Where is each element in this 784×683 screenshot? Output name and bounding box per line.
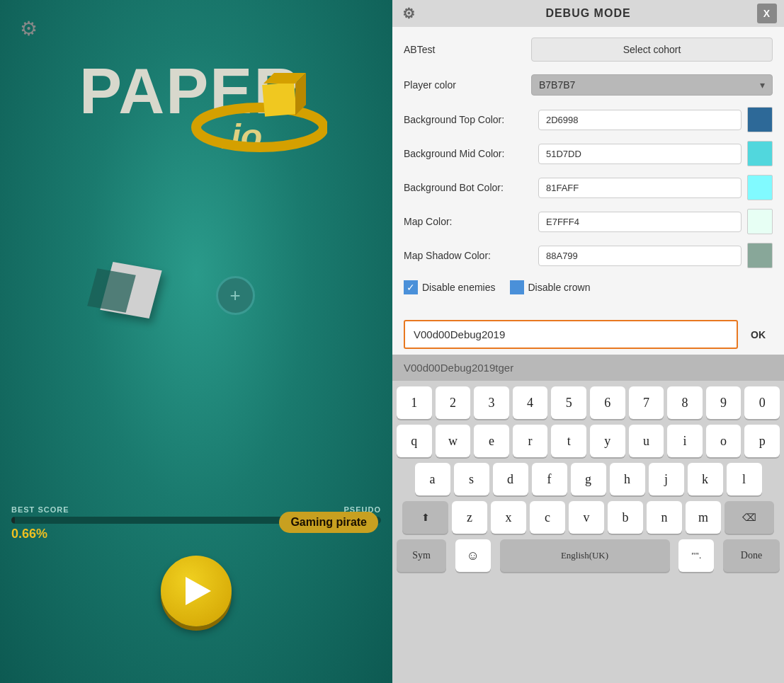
debug-panel: ⚙ DEBUG MODE X ABTest Select cohort Play… <box>392 0 784 683</box>
backspace-key[interactable]: ⌫ <box>725 501 774 534</box>
space-key[interactable]: English(UK) <box>500 539 670 572</box>
key-r[interactable]: r <box>513 425 548 457</box>
checkbox-checked-icon: ✓ <box>404 280 418 294</box>
key-v[interactable]: v <box>569 501 604 534</box>
cube-object <box>106 265 156 315</box>
key-o[interactable]: o <box>706 425 742 457</box>
debug-controls: ABTest Select cohort Player color B7B7B7… <box>392 27 784 314</box>
key-n[interactable]: n <box>647 501 682 534</box>
disable-enemies-checkbox[interactable]: ✓ Disable enemies <box>404 280 496 294</box>
bg-bot-swatch[interactable] <box>747 175 773 200</box>
key-d[interactable]: d <box>493 463 528 495</box>
language-label: English(UK) <box>561 550 608 561</box>
key-x[interactable]: x <box>491 501 526 534</box>
sym-label: Sym <box>412 550 431 561</box>
bg-top-input[interactable] <box>538 110 742 130</box>
key-h[interactable]: h <box>610 463 645 495</box>
add-button[interactable]: + <box>216 276 255 315</box>
bg-mid-swatch[interactable] <box>747 141 773 166</box>
key-4[interactable]: 4 <box>513 386 548 419</box>
key-i[interactable]: i <box>667 425 703 457</box>
debug-header: ⚙ DEBUG MODE X <box>392 0 784 27</box>
player-color-value: B7B7B7 <box>539 79 754 91</box>
bg-bot-label: Background Bot Color: <box>404 182 538 193</box>
autocomplete-suggestion[interactable]: V00d00Debug2019tger <box>392 355 784 381</box>
bg-top-swatch[interactable] <box>747 107 773 132</box>
bg-bot-input[interactable] <box>538 178 742 198</box>
disable-crown-label: Disable crown <box>528 282 591 293</box>
abtest-label: ABTest <box>404 44 531 55</box>
key-y[interactable]: y <box>590 425 625 457</box>
play-triangle-icon <box>186 577 211 605</box>
debug-text-input[interactable] <box>404 320 738 349</box>
map-shadow-color-row: Map Shadow Color: <box>404 242 773 269</box>
disable-crown-checkbox[interactable]: Disable crown <box>510 280 591 294</box>
keyboard-row-asdf: a s d f g h j k l <box>397 463 780 495</box>
key-u[interactable]: u <box>629 425 664 457</box>
select-cohort-button[interactable]: Select cohort <box>531 38 773 62</box>
key-s[interactable]: s <box>454 463 489 495</box>
key-f[interactable]: f <box>532 463 567 495</box>
debug-title: DEBUG MODE <box>545 7 630 20</box>
key-a[interactable]: a <box>415 463 450 495</box>
key-9[interactable]: 9 <box>706 386 742 419</box>
key-8[interactable]: 8 <box>667 386 703 419</box>
player-color-dropdown[interactable]: B7B7B7 ▾ <box>531 74 773 96</box>
done-label: Done <box>741 550 762 561</box>
keyboard-row-numbers: 1 2 3 4 5 6 7 8 9 0 <box>397 386 780 419</box>
bg-bot-color-row: Background Bot Color: <box>404 174 773 201</box>
key-5[interactable]: 5 <box>551 386 586 419</box>
key-z[interactable]: z <box>452 501 487 534</box>
logo-svg: PAPER .io <box>72 35 327 163</box>
done-key[interactable]: Done <box>723 539 780 572</box>
keyboard-row-bottom: Sym ☺ English(UK) "". Done <box>397 539 780 572</box>
key-2[interactable]: 2 <box>436 386 471 419</box>
username-badge: Gaming pirate <box>279 512 378 533</box>
disable-enemies-label: Disable enemies <box>422 282 496 293</box>
key-j[interactable]: j <box>649 463 684 495</box>
keyboard: 1 2 3 4 5 6 7 8 9 0 q w e r t y u i o p … <box>392 381 784 683</box>
key-6[interactable]: 6 <box>590 386 625 419</box>
map-color-input[interactable] <box>538 212 742 232</box>
player-color-row: Player color B7B7B7 ▾ <box>404 71 773 99</box>
key-q[interactable]: q <box>397 425 432 457</box>
key-0[interactable]: 0 <box>744 386 780 419</box>
key-t[interactable]: t <box>551 425 586 457</box>
key-k[interactable]: k <box>688 463 723 495</box>
ok-button[interactable]: OK <box>744 323 773 346</box>
map-shadow-swatch[interactable] <box>747 243 773 268</box>
key-e[interactable]: e <box>474 425 509 457</box>
key-3[interactable]: 3 <box>474 386 509 419</box>
bg-mid-input[interactable] <box>538 144 742 164</box>
key-w[interactable]: w <box>436 425 471 457</box>
debug-gear-icon: ⚙ <box>402 5 416 22</box>
score-progress-fill <box>11 517 15 524</box>
key-b[interactable]: b <box>608 501 643 534</box>
key-c[interactable]: c <box>530 501 565 534</box>
map-color-swatch[interactable] <box>747 209 773 234</box>
key-l[interactable]: l <box>727 463 762 495</box>
key-g[interactable]: g <box>571 463 606 495</box>
key-7[interactable]: 7 <box>629 386 664 419</box>
game-panel: ⚙ PAPER .io + <box>0 0 392 683</box>
game-logo: PAPER .io <box>72 35 320 166</box>
checkbox-unchecked-icon <box>510 280 524 294</box>
keyboard-row-zxcv: ⬆ z x c v b n m ⌫ <box>397 501 780 534</box>
close-button[interactable]: X <box>757 4 777 23</box>
play-button[interactable] <box>161 556 232 626</box>
svg-rect-3 <box>262 82 297 117</box>
map-shadow-input[interactable] <box>538 246 742 266</box>
player-color-label: Player color <box>404 79 531 91</box>
settings-icon[interactable]: ⚙ <box>16 16 41 41</box>
sym-key[interactable]: Sym <box>397 539 446 572</box>
debug-input-section: OK <box>392 314 784 355</box>
key-m[interactable]: m <box>686 501 721 534</box>
shift-key[interactable]: ⬆ <box>402 501 448 534</box>
key-1[interactable]: 1 <box>397 386 432 419</box>
map-shadow-label: Map Shadow Color: <box>404 250 538 261</box>
checkbox-row: ✓ Disable enemies Disable crown <box>404 276 773 299</box>
key-p[interactable]: p <box>744 425 780 457</box>
period-key[interactable]: "". <box>678 539 714 572</box>
map-color-row: Map Color: <box>404 208 773 235</box>
emoji-key[interactable]: ☺ <box>455 539 491 572</box>
